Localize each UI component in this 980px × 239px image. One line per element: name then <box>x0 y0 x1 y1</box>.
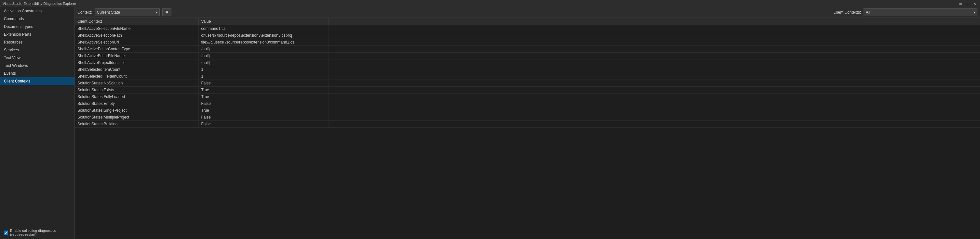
cell-extra <box>329 39 980 46</box>
cell-value: False <box>199 80 329 87</box>
content-area: Context: Current State All ≡ Client Cont… <box>75 7 980 239</box>
pin-icon[interactable]: ⊞ <box>958 1 963 6</box>
client-context-select[interactable]: All <box>864 8 977 16</box>
col-header-extra <box>329 18 980 25</box>
cell-extra <box>329 66 980 73</box>
sidebar: Activation Constraints Commands Document… <box>0 7 75 239</box>
cell-context: SolutionStates:Building <box>75 121 199 128</box>
sidebar-item-text-view[interactable]: Text View <box>0 54 75 62</box>
cell-context: Shell:ActiveEditorContentType <box>75 46 199 52</box>
sidebar-item-client-contexts[interactable]: Client Contexts <box>0 77 75 85</box>
table-row: SolutionStates:ExistsTrue <box>75 87 980 93</box>
table-row: SolutionStates:EmptyFalse <box>75 100 980 107</box>
context-select[interactable]: Current State All <box>95 8 160 16</box>
minimize-icon[interactable]: — <box>965 1 970 6</box>
table-row: SolutionStates:NoSolutionFalse <box>75 80 980 87</box>
col-header-value: Value <box>199 18 329 25</box>
cell-value: True <box>199 93 329 100</box>
sidebar-item-commands[interactable]: Commands <box>0 15 75 23</box>
main-container: Activation Constraints Commands Document… <box>0 7 980 239</box>
cell-extra <box>329 52 980 59</box>
cell-context: SolutionStates:Exists <box>75 87 199 93</box>
cell-context: Shell:SelectedFileItemCount <box>75 73 199 80</box>
col-header-client-context: Client Context <box>75 18 199 25</box>
sidebar-item-tool-windows[interactable]: Tool Windows <box>0 62 75 70</box>
cell-value: command1.cs <box>199 25 329 32</box>
cell-value: {null} <box>199 59 329 66</box>
titlebar-title: VisualStudio.Extensibility Diagnostics E… <box>3 2 76 6</box>
client-contexts-label: Client Contexts: <box>833 10 861 14</box>
context-label: Context: <box>77 10 92 14</box>
table-row: SolutionStates:BuildingFalse <box>75 121 980 128</box>
table-row: Shell:SelectedFileItemCount1 <box>75 73 980 80</box>
cell-value: 1 <box>199 66 329 73</box>
cell-value: 1 <box>199 73 329 80</box>
cell-extra <box>329 114 980 121</box>
cell-context: SolutionStates:MultipleProject <box>75 114 199 121</box>
table-row: Shell:SelectedItemCount1 <box>75 66 980 73</box>
enable-diagnostics-label: Enable collecting diagnostics (requires … <box>10 229 71 236</box>
cell-value: c:\users\ \source\repos\extension3\exten… <box>199 32 329 39</box>
cell-context: Shell:ActiveSelectionPath <box>75 32 199 39</box>
sidebar-item-events[interactable]: Events <box>0 70 75 77</box>
sidebar-footer: Enable collecting diagnostics (requires … <box>0 226 75 239</box>
data-table: Client Context Value Shell:ActiveSelecti… <box>75 18 980 128</box>
cell-context: Shell:ActiveSelectionFileName <box>75 25 199 32</box>
cell-context: SolutionStates:SingleProject <box>75 107 199 114</box>
sidebar-item-document-types[interactable]: Document Types <box>0 23 75 30</box>
cell-extra <box>329 25 980 32</box>
cell-value: True <box>199 87 329 93</box>
titlebar: VisualStudio.Extensibility Diagnostics E… <box>0 0 980 7</box>
cell-extra <box>329 121 980 128</box>
cell-context: SolutionStates:Empty <box>75 100 199 107</box>
cell-extra <box>329 59 980 66</box>
cell-context: Shell:ActiveProjectIdentifier <box>75 59 199 66</box>
table-container: Client Context Value Shell:ActiveSelecti… <box>75 18 980 239</box>
cell-extra <box>329 100 980 107</box>
cell-extra <box>329 32 980 39</box>
cell-context: Shell:ActiveSelectionUri <box>75 39 199 46</box>
filter-button[interactable]: ≡ <box>162 8 172 16</box>
table-body: Shell:ActiveSelectionFileNamecommand1.cs… <box>75 25 980 128</box>
table-header-row: Client Context Value <box>75 18 980 25</box>
table-row: Shell:ActiveSelectionFileNamecommand1.cs <box>75 25 980 32</box>
cell-extra <box>329 87 980 93</box>
cell-value: False <box>199 114 329 121</box>
cell-context: SolutionStates:NoSolution <box>75 80 199 87</box>
sidebar-item-services[interactable]: Services <box>0 46 75 54</box>
cell-value: {null} <box>199 46 329 52</box>
titlebar-controls: ⊞ — ✕ <box>958 1 977 6</box>
table-row: Shell:ActiveSelectionUrifile:///c/users/… <box>75 39 980 46</box>
cell-context: SolutionStates:FullyLoaded <box>75 93 199 100</box>
cell-extra <box>329 93 980 100</box>
table-row: SolutionStates:FullyLoadedTrue <box>75 93 980 100</box>
table-row: SolutionStates:SingleProjectTrue <box>75 107 980 114</box>
context-select-wrapper: Current State All <box>95 8 160 16</box>
sidebar-item-activation-constraints[interactable]: Activation Constraints <box>0 7 75 15</box>
cell-extra <box>329 80 980 87</box>
toolbar: Context: Current State All ≡ Client Cont… <box>75 7 980 18</box>
table-row: Shell:ActiveProjectIdentifier{null} <box>75 59 980 66</box>
cell-extra <box>329 73 980 80</box>
table-row: SolutionStates:MultipleProjectFalse <box>75 114 980 121</box>
close-icon[interactable]: ✕ <box>972 1 977 6</box>
cell-value: file:///c/users/ /source/repos/extension… <box>199 39 329 46</box>
cell-context: Shell:SelectedItemCount <box>75 66 199 73</box>
sidebar-item-resources[interactable]: Resources <box>0 38 75 46</box>
client-context-select-wrapper: All <box>864 8 977 16</box>
cell-value: False <box>199 121 329 128</box>
cell-value: {null} <box>199 52 329 59</box>
cell-extra <box>329 46 980 52</box>
cell-value: False <box>199 100 329 107</box>
table-row: Shell:ActiveEditorContentType{null} <box>75 46 980 52</box>
cell-extra <box>329 107 980 114</box>
sidebar-item-extension-parts[interactable]: Extension Parts <box>0 30 75 38</box>
enable-diagnostics-checkbox[interactable] <box>4 231 8 235</box>
cell-context: Shell:ActiveEditorFileName <box>75 52 199 59</box>
table-row: Shell:ActiveEditorFileName{null} <box>75 52 980 59</box>
table-row: Shell:ActiveSelectionPathc:\users\ \sour… <box>75 32 980 39</box>
cell-value: True <box>199 107 329 114</box>
